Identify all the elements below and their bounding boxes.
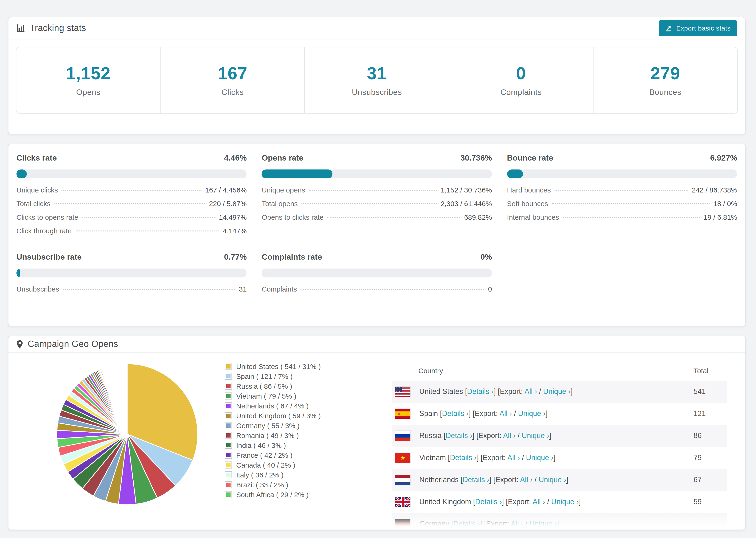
rates-grid: Clicks rate4.46%Unique clicks167 / 4.456…: [9, 144, 745, 308]
rates-card: Clicks rate4.46%Unique clicks167 / 4.456…: [8, 144, 746, 326]
geo-pie-legend: United States ( 541 / 31% )Spain ( 121 /…: [225, 361, 321, 500]
rate-header: Bounce rate6.927%: [507, 153, 737, 163]
legend-swatch: [225, 491, 232, 498]
export-unique-link[interactable]: Unique ›: [526, 454, 553, 461]
metric-label: Click through rate: [17, 227, 72, 235]
metric-row-unique-opens: Unique opens1,152 / 30.736%: [262, 186, 492, 199]
dotted-leader: [62, 190, 201, 190]
stats-row: 1,152Opens167Clicks31Unsubscribes0Compla…: [16, 47, 738, 114]
legend-swatch: [225, 393, 232, 400]
legend-label: Spain ( 121 / 7% ): [236, 372, 293, 380]
legend-swatch: [225, 412, 232, 419]
total-value: 121: [693, 409, 706, 418]
legend-item-india: India ( 46 / 3% ): [225, 440, 321, 450]
metric-value: 18 / 0%: [713, 199, 737, 207]
legend-item-united-states: United States ( 541 / 31% ): [225, 361, 321, 371]
rate-block-opens-rate: Opens rate30.736%Unique opens1,152 / 30.…: [262, 153, 492, 241]
details-link[interactable]: Details ›: [453, 520, 480, 528]
legend-swatch: [225, 363, 232, 370]
bracket: ] [Export:: [472, 431, 503, 439]
rate-header: Unsubscribe rate0.77%: [17, 252, 247, 262]
metric-value: 0: [488, 285, 492, 293]
metric-value: 31: [239, 285, 246, 293]
stat-value-unsubscribes: 31: [367, 64, 387, 83]
dotted-leader: [309, 190, 437, 190]
legend-item-spain: Spain ( 121 / 7% ): [225, 371, 321, 381]
rate-percentage: 0%: [480, 252, 492, 262]
country-cell: Netherlands [Details ›] [Export: All › /…: [419, 476, 568, 484]
metric-label: Soft bounces: [507, 199, 548, 207]
details-link[interactable]: Details ›: [442, 409, 469, 417]
geo-pie-chart: [55, 362, 199, 506]
metric-label: Complaints: [262, 285, 297, 293]
export-unique-link[interactable]: Unique ›: [543, 387, 570, 395]
export-all-link[interactable]: All ›: [507, 454, 520, 461]
country-name: United States: [419, 387, 465, 395]
export-basic-stats-button[interactable]: Export basic stats: [659, 20, 737, 36]
details-link[interactable]: Details ›: [446, 431, 472, 439]
metric-row-unique-clicks: Unique clicks167 / 4.456%: [17, 186, 247, 199]
rate-header: Opens rate30.736%: [262, 153, 492, 163]
legend-item-france: France ( 42 / 2% ): [225, 450, 321, 460]
legend-item-brazil: Brazil ( 33 / 2% ): [225, 480, 321, 490]
export-unique-link[interactable]: Unique ›: [522, 431, 549, 439]
details-link[interactable]: Details ›: [450, 454, 477, 461]
progress-fill: [17, 170, 27, 178]
export-all-link[interactable]: All ›: [533, 498, 545, 506]
export-unique-link[interactable]: Unique ›: [551, 498, 579, 506]
export-all-link[interactable]: All ›: [503, 431, 515, 439]
dotted-leader: [301, 289, 484, 290]
export-button-label: Export basic stats: [676, 25, 730, 32]
stat-value-complaints: 0: [516, 64, 526, 83]
export-all-link[interactable]: All ›: [520, 476, 532, 484]
flag-gb-icon: [395, 497, 410, 507]
metric-label: Hard bounces: [507, 186, 551, 194]
progress-bar: [17, 170, 247, 178]
legend-swatch: [225, 461, 232, 468]
flag-us-icon: [395, 387, 410, 397]
metric-row-unsubscribes: Unsubscribes31: [17, 285, 247, 298]
stat-unsubscribes: 31Unsubscribes: [304, 47, 449, 113]
stat-label-bounces: Bounces: [649, 87, 681, 97]
country-cell: Vietnam [Details ›] [Export: All › / Uni…: [419, 454, 556, 462]
metric-row-total-opens: Total opens2,303 / 61.446%: [262, 199, 492, 213]
rate-block-clicks-rate: Clicks rate4.46%Unique clicks167 / 4.456…: [17, 153, 247, 241]
metric-value: 220 / 5.87%: [209, 199, 247, 207]
metric-label: Unique opens: [262, 186, 305, 194]
stat-complaints: 0Complaints: [449, 47, 593, 113]
bracket: ]: [549, 431, 551, 439]
stat-value-clicks: 167: [218, 64, 247, 83]
dotted-leader: [301, 203, 437, 204]
details-link[interactable]: Details ›: [467, 387, 494, 395]
legend-item-united-kingdom: United Kingdom ( 59 / 3% ): [225, 411, 321, 421]
details-link[interactable]: Details ›: [475, 498, 502, 506]
export-all-link[interactable]: All ›: [499, 409, 512, 417]
flag-es-icon: [395, 409, 410, 419]
page-title: Tracking stats: [29, 23, 86, 33]
legend-swatch: [225, 402, 232, 409]
stat-value-bounces: 279: [651, 64, 680, 83]
export-all-link[interactable]: All ›: [524, 387, 537, 395]
progress-bar: [262, 269, 492, 278]
legend-swatch: [225, 383, 232, 390]
country-name: Spain: [419, 409, 440, 417]
legend-item-canada: Canada ( 40 / 2% ): [225, 460, 321, 470]
metric-value: 242 / 86.738%: [692, 186, 737, 194]
legend-swatch: [225, 471, 232, 478]
export-all-link[interactable]: All ›: [511, 520, 523, 528]
geo-card-header: Campaign Geo Opens: [9, 336, 745, 352]
total-value: 541: [693, 387, 706, 396]
total-value: 86: [693, 431, 702, 440]
pie-chart-svg: [55, 362, 199, 506]
export-unique-link[interactable]: Unique ›: [529, 520, 557, 528]
column-header-total: Total: [693, 367, 708, 375]
export-unique-link[interactable]: Unique ›: [539, 476, 566, 484]
legend-swatch: [225, 481, 232, 488]
stat-bounces: 279Bounces: [593, 47, 737, 113]
legend-item-romania: Romania ( 49 / 3% ): [225, 430, 321, 440]
export-unique-link[interactable]: Unique ›: [518, 409, 545, 417]
metric-row-opens-to-clicks-rate: Opens to clicks rate689.82%: [262, 213, 492, 227]
details-link[interactable]: Details ›: [462, 476, 489, 484]
stat-label-opens: Opens: [76, 87, 100, 97]
bracket: ]: [557, 520, 559, 528]
